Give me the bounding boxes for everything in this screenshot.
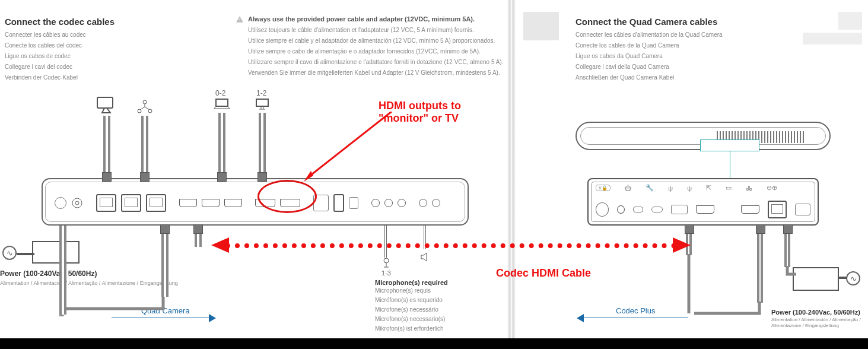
warning-title: Always use the provided power cable and … bbox=[248, 15, 503, 23]
warning-icon: ! bbox=[235, 15, 244, 24]
mic-pt: Microfone(s) necessário bbox=[375, 305, 448, 315]
wrench-icon: 🔧 bbox=[646, 184, 654, 192]
power-brick-left bbox=[32, 241, 80, 264]
cable-net bbox=[141, 116, 148, 181]
qc-pt: Ligue os cabos da Quad Camera bbox=[576, 51, 723, 62]
touchpanel-icon bbox=[96, 96, 117, 114]
speaker-icon bbox=[420, 252, 431, 262]
mic-it: Microfono(s) necessario(s) bbox=[375, 315, 448, 324]
trans-es: Conecte los cables del códec bbox=[5, 40, 86, 51]
hdmi-out-label: HDMI outputs to "monitor" or TV bbox=[379, 100, 507, 125]
kensington-icon: K🔒 bbox=[596, 185, 611, 191]
qc-usb-c bbox=[651, 207, 663, 212]
trans-de: Verbinden der Codec-Kabel bbox=[5, 72, 86, 83]
power-label-left: Power (100-240Vac, 50/60Hz) Alimentation… bbox=[0, 269, 178, 287]
svg-rect-5 bbox=[216, 99, 228, 106]
eth-sym-icon: 🖧 bbox=[746, 185, 752, 192]
power-plug-icon bbox=[71, 197, 83, 209]
codec-rear-panel bbox=[42, 178, 469, 226]
port-row bbox=[55, 190, 458, 216]
right-page: Connect the Quad Camera cables Connecter… bbox=[516, 0, 868, 338]
power-sub-right: Alimentation / Alimentación / Alimentaçã… bbox=[771, 317, 868, 329]
qc-translations: Connecter les câbles d'alimentation de l… bbox=[576, 30, 723, 83]
audio-1 bbox=[371, 199, 380, 207]
svg-rect-6 bbox=[256, 99, 268, 106]
cable-eth-down-1 bbox=[161, 226, 168, 297]
qc-power-in bbox=[795, 204, 810, 215]
label-0-2: 0-2 bbox=[215, 89, 225, 97]
quad-camera-top bbox=[576, 122, 831, 150]
power-brick-right bbox=[793, 267, 839, 291]
svg-point-7 bbox=[72, 198, 82, 208]
warn-pt: Utilize sempre o cabo de alimentação e o… bbox=[248, 46, 503, 57]
dotted-arrow-left bbox=[211, 236, 229, 254]
hdmi-arrow-icon: ⇱ bbox=[706, 184, 711, 192]
warn-de: Verwenden Sie immer die mitgelieferten K… bbox=[248, 68, 503, 78]
codec-translations: Connecter les câbles au codec Conecte lo… bbox=[5, 30, 86, 83]
svg-rect-1 bbox=[97, 97, 113, 108]
audio-2 bbox=[384, 199, 393, 207]
power-cable-left bbox=[17, 249, 34, 259]
svg-marker-14 bbox=[577, 314, 584, 322]
cable-monitor bbox=[259, 113, 266, 181]
network-icon bbox=[136, 100, 153, 114]
audio-out-2 bbox=[432, 199, 440, 207]
cable-touch bbox=[103, 116, 110, 181]
camera-drop-line bbox=[730, 151, 730, 181]
bottom-black-bar bbox=[0, 338, 868, 349]
qc-micro bbox=[633, 207, 643, 212]
camera-port-highlight bbox=[700, 139, 759, 151]
codecplus-arrow-head bbox=[576, 314, 584, 322]
usb-sym-icon-2: ψ bbox=[687, 185, 692, 192]
ac-icon-right: ∿ bbox=[846, 271, 860, 285]
power-sub-left: Alimentation / Alimentación / Alimentaçã… bbox=[0, 280, 178, 287]
qc-plug-eth bbox=[756, 224, 765, 234]
mic-icon bbox=[382, 258, 390, 269]
monitor-icon bbox=[255, 98, 269, 111]
eth-port-3 bbox=[146, 194, 166, 212]
qc-eth bbox=[768, 201, 787, 218]
qc-it: Collegare i cavi della Quad Camera bbox=[576, 62, 723, 72]
usb-a bbox=[333, 194, 344, 212]
cable-power-down bbox=[59, 226, 66, 315]
audio-out-1 bbox=[419, 199, 427, 207]
codec-hdmi-dotted bbox=[225, 243, 676, 248]
eth-port-2 bbox=[121, 194, 141, 212]
maint-port bbox=[349, 197, 358, 209]
svg-marker-13 bbox=[209, 314, 216, 322]
eth-port-1 bbox=[96, 194, 116, 212]
trans-it: Collegare i cavi del codec bbox=[5, 62, 86, 72]
codec-hdmi-label: Codec HDMI Cable bbox=[496, 267, 591, 280]
audio-3 bbox=[398, 199, 406, 207]
qc-fr: Connecter les câbles d'alimentation de l… bbox=[576, 30, 723, 40]
codecplus-label: Codec Plus bbox=[616, 306, 655, 315]
warn-it: Utilizzare sempre il cavo di alimentazio… bbox=[248, 57, 503, 68]
plug-monitor bbox=[257, 172, 267, 182]
qc-hdmi-path bbox=[686, 254, 692, 319]
qc-jack bbox=[596, 202, 609, 217]
plug-touch bbox=[102, 172, 112, 182]
hdmi-out-highlight bbox=[257, 180, 317, 213]
svg-text:!: ! bbox=[239, 18, 240, 22]
svg-marker-16 bbox=[211, 237, 229, 253]
mic-es: Micrófono(s) es requerido bbox=[375, 296, 448, 305]
ac-icon-left: ∿ bbox=[2, 246, 17, 260]
page-container: Connect the codec cables Connecter les c… bbox=[0, 0, 868, 338]
svg-point-2 bbox=[143, 100, 147, 104]
power-cable-conn-right bbox=[784, 266, 796, 278]
codecplus-line bbox=[581, 318, 688, 318]
plug-hdmi-d bbox=[193, 224, 203, 234]
hdmi-in-3 bbox=[224, 199, 242, 207]
svg-marker-17 bbox=[673, 237, 691, 253]
mic-required-block: Microphone(s) required Microphone(s) req… bbox=[375, 279, 448, 334]
qc-plug-hdmi bbox=[685, 224, 694, 234]
mic-de: Mikrofon(s) ist erforderlich bbox=[375, 324, 448, 334]
qc-hdmi-1 bbox=[696, 205, 715, 214]
quad-arrow-head bbox=[209, 314, 217, 322]
qc-plug-pwr bbox=[783, 224, 793, 234]
qc-icon-row: K🔒 ⏻ 🔧 ψ ψ ⇱ ▭ 🖧 ⊖⊕ bbox=[596, 184, 810, 192]
qc-title: Connect the Quad Camera cables bbox=[576, 17, 717, 27]
ghost-shape-1 bbox=[523, 12, 559, 40]
qc-de: Anschließen der Quad Camera Kabel bbox=[576, 72, 723, 83]
svg-point-8 bbox=[75, 201, 79, 205]
